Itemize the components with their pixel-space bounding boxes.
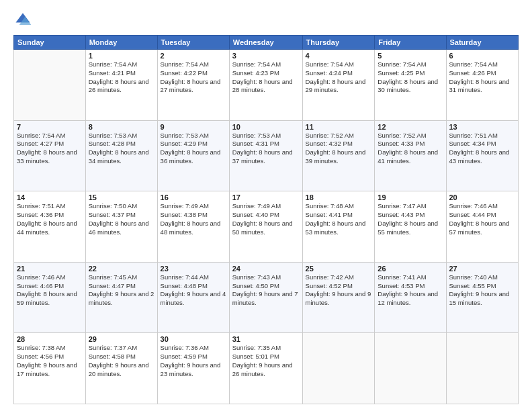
calendar-cell bbox=[14, 50, 86, 121]
day-number: 14 bbox=[17, 193, 83, 201]
day-info: Sunrise: 7:46 AMSunset: 4:44 PMDaylight:… bbox=[449, 202, 516, 236]
day-number: 1 bbox=[89, 52, 154, 60]
calendar-cell: 20Sunrise: 7:46 AMSunset: 4:44 PMDayligh… bbox=[446, 191, 519, 263]
calendar-cell: 12Sunrise: 7:52 AMSunset: 4:33 PMDayligh… bbox=[375, 120, 446, 191]
day-info: Sunrise: 7:54 AMSunset: 4:24 PMDaylight:… bbox=[306, 60, 372, 95]
day-number: 7 bbox=[17, 123, 83, 131]
calendar-week-1: 1Sunrise: 7:54 AMSunset: 4:21 PMDaylight… bbox=[14, 50, 519, 121]
day-info: Sunrise: 7:54 AMSunset: 4:26 PMDaylight:… bbox=[449, 60, 516, 95]
calendar-cell: 25Sunrise: 7:42 AMSunset: 4:52 PMDayligh… bbox=[302, 262, 375, 333]
header bbox=[13, 11, 519, 30]
logo bbox=[13, 11, 35, 30]
calendar-cell bbox=[375, 333, 446, 404]
calendar-cell: 4Sunrise: 7:54 AMSunset: 4:24 PMDaylight… bbox=[302, 50, 375, 121]
day-info: Sunrise: 7:53 AMSunset: 4:31 PMDaylight:… bbox=[232, 132, 300, 166]
calendar-header-row: SundayMondayTuesdayWednesdayThursdayFrid… bbox=[14, 36, 519, 50]
calendar-header-sunday: Sunday bbox=[14, 36, 86, 50]
day-number: 11 bbox=[306, 123, 372, 131]
calendar-cell: 19Sunrise: 7:47 AMSunset: 4:43 PMDayligh… bbox=[375, 191, 446, 263]
calendar-cell: 16Sunrise: 7:49 AMSunset: 4:38 PMDayligh… bbox=[157, 191, 229, 263]
day-number: 4 bbox=[306, 52, 372, 60]
calendar-cell: 5Sunrise: 7:54 AMSunset: 4:25 PMDaylight… bbox=[375, 50, 446, 121]
day-number: 19 bbox=[378, 193, 443, 201]
calendar-cell: 7Sunrise: 7:54 AMSunset: 4:27 PMDaylight… bbox=[14, 120, 86, 191]
day-info: Sunrise: 7:42 AMSunset: 4:52 PMDaylight:… bbox=[306, 273, 372, 308]
day-number: 25 bbox=[306, 265, 372, 273]
calendar-header-wednesday: Wednesday bbox=[229, 36, 302, 50]
day-info: Sunrise: 7:45 AMSunset: 4:47 PMDaylight:… bbox=[89, 273, 154, 308]
calendar-week-5: 28Sunrise: 7:38 AMSunset: 4:56 PMDayligh… bbox=[14, 333, 519, 404]
calendar-cell: 2Sunrise: 7:54 AMSunset: 4:22 PMDaylight… bbox=[157, 50, 229, 121]
day-info: Sunrise: 7:51 AMSunset: 4:36 PMDaylight:… bbox=[17, 202, 83, 236]
day-info: Sunrise: 7:53 AMSunset: 4:28 PMDaylight:… bbox=[89, 132, 154, 166]
calendar-cell: 30Sunrise: 7:36 AMSunset: 4:59 PMDayligh… bbox=[157, 333, 229, 404]
calendar-cell: 10Sunrise: 7:53 AMSunset: 4:31 PMDayligh… bbox=[229, 120, 302, 191]
day-info: Sunrise: 7:36 AMSunset: 4:59 PMDaylight:… bbox=[161, 344, 226, 378]
day-info: Sunrise: 7:54 AMSunset: 4:23 PMDaylight:… bbox=[232, 60, 300, 95]
day-number: 13 bbox=[449, 123, 516, 131]
calendar-cell bbox=[302, 333, 375, 404]
calendar-cell: 24Sunrise: 7:43 AMSunset: 4:50 PMDayligh… bbox=[229, 262, 302, 333]
day-number: 22 bbox=[89, 265, 154, 273]
calendar-cell: 23Sunrise: 7:44 AMSunset: 4:48 PMDayligh… bbox=[157, 262, 229, 333]
calendar-table: SundayMondayTuesdayWednesdayThursdayFrid… bbox=[13, 35, 519, 404]
day-info: Sunrise: 7:54 AMSunset: 4:21 PMDaylight:… bbox=[89, 60, 154, 95]
calendar-cell bbox=[446, 333, 519, 404]
day-info: Sunrise: 7:48 AMSunset: 4:41 PMDaylight:… bbox=[306, 202, 372, 236]
day-info: Sunrise: 7:52 AMSunset: 4:33 PMDaylight:… bbox=[378, 132, 443, 166]
day-number: 3 bbox=[232, 52, 300, 60]
calendar-header-monday: Monday bbox=[85, 36, 157, 50]
calendar-week-2: 7Sunrise: 7:54 AMSunset: 4:27 PMDaylight… bbox=[14, 120, 519, 191]
day-number: 8 bbox=[89, 123, 154, 131]
day-number: 9 bbox=[161, 123, 226, 131]
day-number: 6 bbox=[449, 52, 516, 60]
day-number: 27 bbox=[449, 265, 516, 273]
day-number: 24 bbox=[232, 265, 300, 273]
day-info: Sunrise: 7:43 AMSunset: 4:50 PMDaylight:… bbox=[232, 273, 300, 308]
day-info: Sunrise: 7:38 AMSunset: 4:56 PMDaylight:… bbox=[17, 344, 83, 378]
logo-icon bbox=[13, 11, 32, 30]
day-info: Sunrise: 7:44 AMSunset: 4:48 PMDaylight:… bbox=[161, 273, 226, 308]
day-number: 18 bbox=[306, 193, 372, 201]
day-number: 20 bbox=[449, 193, 516, 201]
day-number: 16 bbox=[161, 193, 226, 201]
day-number: 23 bbox=[161, 265, 226, 273]
calendar-cell: 29Sunrise: 7:37 AMSunset: 4:58 PMDayligh… bbox=[85, 333, 157, 404]
calendar-cell: 27Sunrise: 7:40 AMSunset: 4:55 PMDayligh… bbox=[446, 262, 519, 333]
day-info: Sunrise: 7:53 AMSunset: 4:29 PMDaylight:… bbox=[161, 132, 226, 166]
calendar-header-thursday: Thursday bbox=[302, 36, 375, 50]
day-info: Sunrise: 7:47 AMSunset: 4:43 PMDaylight:… bbox=[378, 202, 443, 236]
day-number: 31 bbox=[232, 335, 300, 343]
calendar-header-friday: Friday bbox=[375, 36, 446, 50]
day-number: 29 bbox=[89, 335, 154, 343]
calendar-cell: 14Sunrise: 7:51 AMSunset: 4:36 PMDayligh… bbox=[14, 191, 86, 263]
calendar-cell: 13Sunrise: 7:51 AMSunset: 4:34 PMDayligh… bbox=[446, 120, 519, 191]
day-info: Sunrise: 7:40 AMSunset: 4:55 PMDaylight:… bbox=[449, 273, 516, 308]
calendar-cell: 18Sunrise: 7:48 AMSunset: 4:41 PMDayligh… bbox=[302, 191, 375, 263]
calendar-cell: 28Sunrise: 7:38 AMSunset: 4:56 PMDayligh… bbox=[14, 333, 86, 404]
day-number: 15 bbox=[89, 193, 154, 201]
day-info: Sunrise: 7:49 AMSunset: 4:40 PMDaylight:… bbox=[232, 202, 300, 236]
calendar-week-4: 21Sunrise: 7:46 AMSunset: 4:46 PMDayligh… bbox=[14, 262, 519, 333]
calendar-cell: 1Sunrise: 7:54 AMSunset: 4:21 PMDaylight… bbox=[85, 50, 157, 121]
day-number: 2 bbox=[161, 52, 226, 60]
page: SundayMondayTuesdayWednesdayThursdayFrid… bbox=[0, 0, 532, 411]
day-number: 21 bbox=[17, 265, 83, 273]
day-info: Sunrise: 7:54 AMSunset: 4:25 PMDaylight:… bbox=[378, 60, 443, 95]
day-info: Sunrise: 7:52 AMSunset: 4:32 PMDaylight:… bbox=[306, 132, 372, 166]
day-info: Sunrise: 7:50 AMSunset: 4:37 PMDaylight:… bbox=[89, 202, 154, 236]
calendar-cell: 22Sunrise: 7:45 AMSunset: 4:47 PMDayligh… bbox=[85, 262, 157, 333]
calendar-cell: 9Sunrise: 7:53 AMSunset: 4:29 PMDaylight… bbox=[157, 120, 229, 191]
day-number: 5 bbox=[378, 52, 443, 60]
day-number: 26 bbox=[378, 265, 443, 273]
calendar-cell: 11Sunrise: 7:52 AMSunset: 4:32 PMDayligh… bbox=[302, 120, 375, 191]
calendar-cell: 3Sunrise: 7:54 AMSunset: 4:23 PMDaylight… bbox=[229, 50, 302, 121]
calendar-week-3: 14Sunrise: 7:51 AMSunset: 4:36 PMDayligh… bbox=[14, 191, 519, 263]
day-number: 10 bbox=[232, 123, 300, 131]
day-info: Sunrise: 7:46 AMSunset: 4:46 PMDaylight:… bbox=[17, 273, 83, 308]
day-info: Sunrise: 7:41 AMSunset: 4:53 PMDaylight:… bbox=[378, 273, 443, 308]
day-info: Sunrise: 7:51 AMSunset: 4:34 PMDaylight:… bbox=[449, 132, 516, 166]
day-number: 30 bbox=[161, 335, 226, 343]
calendar-header-tuesday: Tuesday bbox=[157, 36, 229, 50]
day-info: Sunrise: 7:54 AMSunset: 4:22 PMDaylight:… bbox=[161, 60, 226, 95]
